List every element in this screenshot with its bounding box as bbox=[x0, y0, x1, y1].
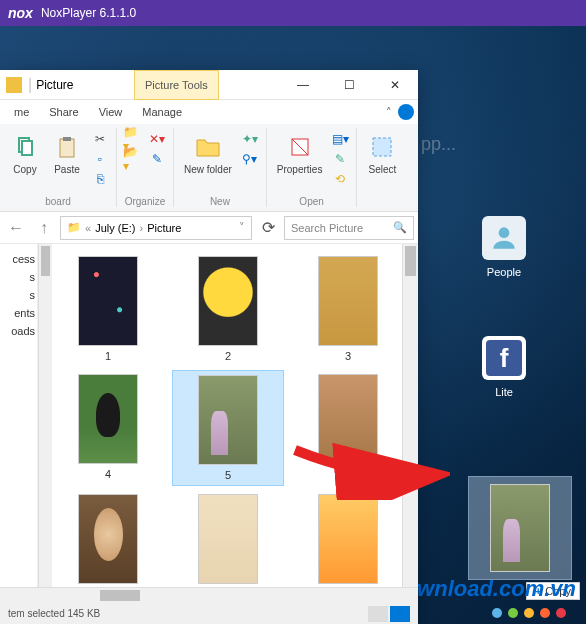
ribbon-group-select: Select bbox=[357, 128, 407, 207]
sidebar-item[interactable]: s bbox=[0, 268, 37, 286]
ribbon-collapse-icon[interactable]: ˄ bbox=[386, 106, 392, 119]
thumbnail bbox=[198, 375, 258, 465]
facebook-icon: f bbox=[482, 336, 526, 380]
sidebar-item[interactable]: cess bbox=[0, 250, 37, 268]
paste-button[interactable]: Paste bbox=[48, 130, 86, 177]
thumbnail bbox=[198, 494, 258, 584]
file-item[interactable]: 6 bbox=[292, 370, 404, 486]
picture-tools-tab[interactable]: Picture Tools bbox=[134, 70, 219, 100]
scroll-thumb[interactable] bbox=[405, 246, 416, 276]
svg-point-0 bbox=[499, 227, 510, 238]
grid-scrollbar[interactable] bbox=[402, 244, 418, 602]
file-item[interactable] bbox=[52, 490, 164, 592]
back-button[interactable]: ← bbox=[4, 216, 28, 240]
ribbon-group-new: New folder ✦▾ ⚲▾ New bbox=[174, 128, 267, 207]
easy-access-icon[interactable]: ⚲▾ bbox=[240, 150, 260, 168]
copy-icon bbox=[10, 132, 40, 162]
breadcrumb[interactable]: 📁 « July (E:) › Picture ˅ bbox=[60, 216, 252, 240]
up-button[interactable]: ↑ bbox=[32, 216, 56, 240]
qat-sep: | bbox=[28, 76, 32, 94]
explorer-titlebar[interactable]: | Picture Picture Tools — ☐ ✕ bbox=[0, 70, 418, 100]
scroll-thumb[interactable] bbox=[100, 590, 140, 601]
nav-bar: ← ↑ 📁 « July (E:) › Picture ˅ ⟳ Search P… bbox=[0, 212, 418, 244]
status-text: tem selected 145 KB bbox=[8, 608, 100, 619]
maximize-button[interactable]: ☐ bbox=[326, 70, 372, 100]
rename-icon[interactable]: ✎ bbox=[147, 150, 167, 168]
close-button[interactable]: ✕ bbox=[372, 70, 418, 100]
desktop-icon-people[interactable]: People bbox=[474, 216, 534, 278]
group-label: Organize bbox=[125, 196, 166, 207]
ribbon-group-clipboard: Copy Paste ✂ ▫ ⎘ board bbox=[0, 128, 117, 207]
tab-manage[interactable]: Manage bbox=[132, 102, 192, 122]
delete-icon[interactable]: ✕▾ bbox=[147, 130, 167, 148]
window-title: Picture bbox=[36, 78, 73, 92]
new-folder-button[interactable]: New folder bbox=[180, 130, 236, 177]
sidebar-item[interactable]: s bbox=[0, 286, 37, 304]
paste-shortcut-icon[interactable]: ⎘ bbox=[90, 170, 110, 188]
select-button[interactable]: Select bbox=[363, 130, 401, 177]
view-thumbnails-button[interactable] bbox=[390, 606, 410, 622]
paste-icon bbox=[52, 132, 82, 162]
sidebar-item[interactable]: ents bbox=[0, 304, 37, 322]
minimize-button[interactable]: — bbox=[280, 70, 326, 100]
drag-drop-preview bbox=[468, 476, 572, 580]
file-item[interactable] bbox=[172, 490, 284, 592]
ribbon-group-open: Properties ▤▾ ✎ ⟲ Open bbox=[267, 128, 358, 207]
watermark-dots bbox=[492, 608, 566, 618]
open-icon[interactable]: ▤▾ bbox=[330, 130, 350, 148]
chevron-down-icon[interactable]: ˅ bbox=[239, 221, 245, 234]
breadcrumb-folder[interactable]: Picture bbox=[147, 222, 181, 234]
drop-thumbnail bbox=[490, 484, 550, 572]
folder-icon bbox=[6, 77, 22, 93]
svg-rect-2 bbox=[22, 141, 32, 155]
copy-to-icon[interactable]: 📂▾ bbox=[123, 150, 143, 168]
file-item-selected[interactable]: 5 bbox=[172, 370, 284, 486]
plus-icon: + bbox=[535, 585, 541, 597]
group-label: Open bbox=[299, 196, 323, 207]
file-item[interactable] bbox=[292, 490, 404, 592]
file-explorer-window: | Picture Picture Tools — ☐ ✕ me Share V… bbox=[0, 70, 418, 624]
thumbnail bbox=[78, 494, 138, 584]
copy-badge: + Copy bbox=[526, 582, 580, 600]
breadcrumb-drive[interactable]: July (E:) bbox=[95, 222, 135, 234]
edit-icon[interactable]: ✎ bbox=[330, 150, 350, 168]
svg-rect-6 bbox=[373, 138, 391, 156]
sidebar-item[interactable]: oads bbox=[0, 322, 37, 340]
svg-rect-3 bbox=[60, 139, 74, 157]
file-grid[interactable]: 1 2 3 4 5 6 bbox=[38, 244, 418, 602]
search-app-placeholder: pp... bbox=[421, 134, 456, 155]
status-bar: tem selected 145 KB bbox=[0, 602, 418, 624]
view-details-button[interactable] bbox=[368, 606, 388, 622]
history-icon[interactable]: ⟲ bbox=[330, 170, 350, 188]
file-item[interactable]: 3 bbox=[292, 252, 404, 366]
tab-home[interactable]: me bbox=[4, 102, 39, 122]
nav-sidebar[interactable]: cess s s ents oads bbox=[0, 244, 38, 602]
copy-path-icon[interactable]: ▫ bbox=[90, 150, 110, 168]
file-item[interactable]: 4 bbox=[52, 370, 164, 486]
group-label: board bbox=[45, 196, 71, 207]
file-item[interactable]: 1 bbox=[52, 252, 164, 366]
new-item-icon[interactable]: ✦▾ bbox=[240, 130, 260, 148]
ribbon-tabs: me Share View Manage ˄ bbox=[0, 100, 418, 124]
ribbon: Copy Paste ✂ ▫ ⎘ board 📁▾ 📂▾ bbox=[0, 124, 418, 212]
thumbnail bbox=[78, 374, 138, 464]
desktop-icon-label: Lite bbox=[495, 386, 513, 398]
desktop-icon-label: People bbox=[487, 266, 521, 278]
ribbon-group-organize: 📁▾ 📂▾ ✕▾ ✎ Organize bbox=[117, 128, 174, 207]
refresh-button[interactable]: ⟳ bbox=[256, 216, 280, 240]
desktop-icon-facebook-lite[interactable]: f Lite bbox=[474, 336, 534, 398]
file-item[interactable]: 2 bbox=[172, 252, 284, 366]
cut-icon[interactable]: ✂ bbox=[90, 130, 110, 148]
thumbnail bbox=[318, 374, 378, 464]
nox-app-name: NoxPlayer 6.1.1.0 bbox=[41, 6, 136, 20]
tab-view[interactable]: View bbox=[89, 102, 133, 122]
thumbnail bbox=[198, 256, 258, 346]
user-icon[interactable] bbox=[398, 104, 414, 120]
horizontal-scrollbar[interactable] bbox=[0, 587, 418, 603]
search-input[interactable]: Search Picture 🔍 bbox=[284, 216, 414, 240]
tab-share[interactable]: Share bbox=[39, 102, 88, 122]
select-icon bbox=[367, 132, 397, 162]
copy-button[interactable]: Copy bbox=[6, 130, 44, 177]
properties-button[interactable]: Properties bbox=[273, 130, 327, 177]
thumbnail bbox=[318, 494, 378, 584]
